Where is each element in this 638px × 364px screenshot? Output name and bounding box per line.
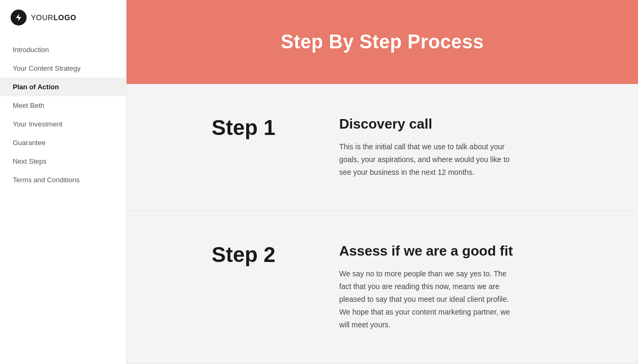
logo-text: YOURLOGO [31,13,77,22]
step-content-col-1: Discovery call This is the initial call … [318,116,595,179]
step-description-2: We say no to more people than we say yes… [339,268,520,331]
svg-marker-0 [16,14,21,21]
step-number-col-2: Step 2 [169,243,318,267]
step-number-col-1: Step 1 [169,116,318,140]
main-content: Step By Step Process Step 1 Discovery ca… [127,0,638,364]
sidebar-item-plan-of-action[interactable]: Plan of Action [0,78,126,96]
step-row-2: Step 2 Assess if we are a good fit We sa… [127,211,638,363]
header-banner: Step By Step Process [127,0,638,84]
nav-list: IntroductionYour Content StrategyPlan of… [0,35,126,364]
step-title-2: Assess if we are a good fit [339,243,595,259]
step-number-1: Step 1 [212,116,275,140]
step-title-1: Discovery call [339,116,595,132]
steps-container: Step 1 Discovery call This is the initia… [127,84,638,363]
sidebar-item-your-investment[interactable]: Your Investment [0,115,126,133]
sidebar: YOURLOGO IntroductionYour Content Strate… [0,0,127,364]
step-content-col-2: Assess if we are a good fit We say no to… [318,243,595,331]
lightning-bolt-icon [11,10,27,26]
step-number-2: Step 2 [212,243,275,267]
logo-area: YOURLOGO [0,0,126,35]
step-description-1: This is the initial call that we use to … [339,141,520,179]
sidebar-item-introduction[interactable]: Introduction [0,40,126,59]
sidebar-item-terms-and-conditions[interactable]: Terms and Conditions [0,171,126,189]
sidebar-item-meet-beth[interactable]: Meet Beth [0,96,126,115]
sidebar-item-next-steps[interactable]: Next Steps [0,152,126,171]
page-title: Step By Step Process [281,31,484,53]
sidebar-item-guarantee[interactable]: Guarantee [0,133,126,152]
step-row-1: Step 1 Discovery call This is the initia… [127,84,638,211]
sidebar-item-your-content-strategy[interactable]: Your Content Strategy [0,59,126,78]
